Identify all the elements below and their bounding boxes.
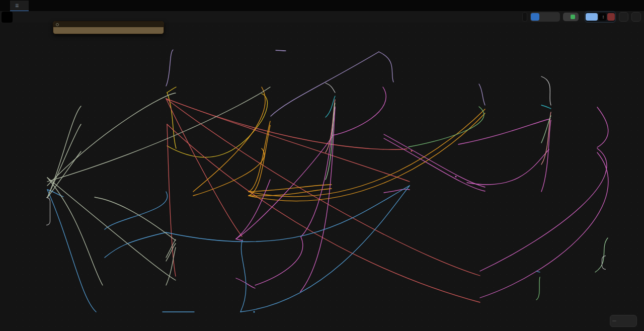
clear-queue-button[interactable] <box>607 13 615 21</box>
run-button[interactable] <box>586 13 598 21</box>
manager-toolbar <box>530 12 560 22</box>
comfyui-app: ☰ <box>0 0 644 331</box>
comfy-logo[interactable] <box>2 12 13 23</box>
collapse-dot[interactable] <box>56 23 59 26</box>
toggle-panel-button[interactable] <box>631 12 641 22</box>
tab-base[interactable] <box>0 1 10 11</box>
tab-active-workflow[interactable]: ☰ <box>10 1 29 11</box>
canvas-toolbar <box>610 315 637 327</box>
manager-button[interactable] <box>531 13 539 21</box>
node-canvas[interactable] <box>0 23 644 331</box>
show-image-feed-button[interactable] <box>563 13 579 21</box>
stepper-arrows-icon[interactable]: ▲▼ <box>602 15 604 19</box>
system-stats <box>522 12 527 22</box>
tab-bar: ☰ <box>0 0 644 11</box>
pointer-tool-icon[interactable] <box>612 320 616 321</box>
run-group: ▲▼ <box>585 11 616 23</box>
wires-layer <box>0 23 644 331</box>
note-node-lora[interactable] <box>53 21 164 34</box>
tab-menu-icon[interactable]: ☰ <box>15 4 19 8</box>
feed-toggle[interactable] <box>571 15 575 19</box>
batch-count-stepper[interactable]: ▲▼ <box>599 13 606 21</box>
history-button[interactable] <box>619 12 628 22</box>
left-sidebar <box>0 23 14 331</box>
